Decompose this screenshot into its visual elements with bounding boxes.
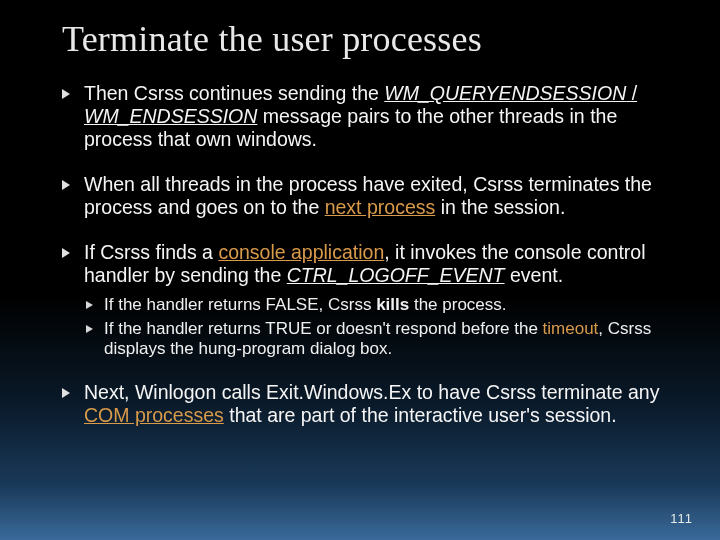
text: Then Csrss continues sending the bbox=[84, 82, 384, 104]
slide: Terminate the user processes Then Csrss … bbox=[0, 0, 720, 540]
bullet-4: Next, Winlogon calls Exit.Windows.Ex to … bbox=[62, 381, 670, 427]
text: If Csrss finds a bbox=[84, 241, 218, 263]
text: If the handler returns FALSE, Csrss bbox=[104, 295, 376, 314]
bullet-list: Then Csrss continues sending the WM_QUER… bbox=[62, 82, 670, 427]
text: that are part of the interactive user's … bbox=[224, 404, 617, 426]
text: Next, Winlogon calls Exit.Windows.Ex to … bbox=[84, 381, 659, 403]
text: the process. bbox=[409, 295, 506, 314]
highlight-timeout: timeout bbox=[543, 319, 599, 338]
bullet-1: Then Csrss continues sending the WM_QUER… bbox=[62, 82, 670, 151]
highlight-next-process: next process bbox=[325, 196, 436, 218]
bold-kills: kills bbox=[376, 295, 409, 314]
sub-bullet-list: If the handler returns FALSE, Csrss kill… bbox=[84, 295, 670, 359]
bullet-3: If Csrss finds a console application, it… bbox=[62, 241, 670, 359]
text: If the handler returns TRUE or doesn't r… bbox=[104, 319, 543, 338]
slide-title: Terminate the user processes bbox=[62, 18, 670, 60]
text: event. bbox=[505, 264, 564, 286]
text: / bbox=[626, 82, 637, 104]
bullet-2: When all threads in the process have exi… bbox=[62, 173, 670, 219]
sub-bullet-2: If the handler returns TRUE or doesn't r… bbox=[84, 319, 670, 359]
sub-bullet-1: If the handler returns FALSE, Csrss kill… bbox=[84, 295, 670, 315]
code-wm-endsession: WM_ENDSESSION bbox=[84, 105, 257, 127]
highlight-console-application: console application bbox=[218, 241, 384, 263]
code-ctrl-logoff-event: CTRL_LOGOFF_EVENT bbox=[287, 264, 505, 286]
text: in the session. bbox=[435, 196, 565, 218]
highlight-com-processes: COM processes bbox=[84, 404, 224, 426]
page-number: 111 bbox=[670, 511, 692, 526]
code-wm-queryendsession: WM_QUERYENDSESSION bbox=[384, 82, 626, 104]
